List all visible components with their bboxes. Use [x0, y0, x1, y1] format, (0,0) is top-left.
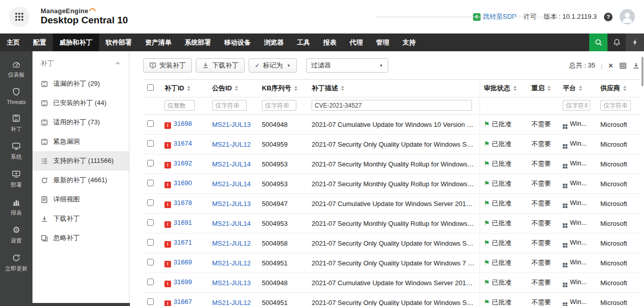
mark-as-button[interactable]: ✓ 标记为 ▼ — [249, 58, 297, 73]
nav-item-agent[interactable]: 代理 — [343, 33, 369, 51]
sidebar-item-installed-patches[interactable]: 已安装的补丁 (44) — [32, 93, 129, 113]
sort-icon[interactable] — [235, 86, 238, 91]
bulletin-id-link[interactable]: MS21-JUL13 — [212, 200, 251, 208]
help-button[interactable]: ? — [604, 13, 613, 21]
patch-id-link[interactable]: 31698 — [174, 120, 192, 127]
sidebar-item-supported-patches[interactable]: 支持的补丁 (111566) — [32, 151, 129, 171]
sort-icon[interactable] — [294, 86, 297, 91]
column-header-vendor[interactable]: 供应商 — [600, 84, 620, 93]
user-avatar[interactable] — [620, 9, 635, 24]
sort-icon[interactable] — [548, 86, 551, 91]
row-checkbox[interactable] — [147, 279, 154, 285]
clear-filter-button[interactable]: ✕ — [608, 62, 614, 70]
bulletin-id-link[interactable]: MS21-JUL12 — [212, 240, 251, 247]
global-search-button[interactable] — [589, 33, 607, 51]
bulletin-id-link[interactable]: MS21-JUL14 — [212, 180, 251, 188]
row-checkbox[interactable] — [147, 219, 154, 226]
nav-item-tools[interactable]: 工具 — [290, 33, 317, 51]
nav-item-inventory[interactable]: 资产清单 — [139, 33, 178, 51]
nav-item-admin[interactable]: 管理 — [369, 33, 396, 51]
rail-item-settings[interactable]: ⚙设置 — [0, 221, 32, 249]
header-search-input[interactable] — [376, 6, 558, 17]
patch-id-link[interactable]: 31699 — [174, 278, 192, 286]
row-checkbox[interactable] — [147, 120, 154, 127]
row-checkbox[interactable] — [147, 180, 154, 186]
patch-id-link[interactable]: 31671 — [174, 239, 192, 246]
patch-id-link[interactable]: 31692 — [174, 159, 192, 167]
bulletin-id-link[interactable]: MS21-JUL13 — [212, 121, 251, 128]
sidebar-item-detailed-view[interactable]: 详细视图 — [32, 190, 129, 209]
notifications-button[interactable] — [607, 33, 626, 51]
sidebar-item-applicable-patches[interactable]: 适用的补丁 (73) — [32, 113, 129, 132]
nav-item-mobile-devices[interactable]: 移动设备 — [218, 33, 257, 51]
filter-bulletin-id-input[interactable] — [212, 100, 247, 111]
download-patch-button[interactable]: 下载补丁 — [196, 58, 245, 73]
column-header-kb-number[interactable]: KB序列号 — [262, 84, 291, 93]
nav-item-support[interactable]: 支持 — [396, 33, 422, 51]
nav-item-threats-and-patches[interactable]: 威胁和补丁 — [53, 33, 99, 51]
patch-id-link[interactable]: 31690 — [174, 179, 192, 187]
horizontal-scrollbar-thumb[interactable] — [0, 303, 130, 306]
filter-kb-input[interactable] — [262, 100, 296, 111]
bulletin-id-link[interactable]: MS21-JUL12 — [212, 299, 251, 306]
nav-item-software-deployment[interactable]: 软件部署 — [99, 33, 139, 51]
sort-icon[interactable] — [341, 86, 344, 91]
sort-icon[interactable] — [623, 86, 626, 91]
nav-item-os-deployment[interactable]: 系统部署 — [178, 33, 218, 51]
app-launcher-button[interactable] — [9, 7, 29, 27]
row-checkbox[interactable] — [147, 160, 154, 166]
bulletin-id-link[interactable]: MS21-JUL12 — [212, 259, 251, 267]
rail-item-reports[interactable]: 报表 — [0, 193, 32, 221]
row-checkbox[interactable] — [147, 298, 154, 305]
column-header-approval-status[interactable]: 审批状态 — [484, 84, 511, 93]
filter-description-input[interactable] — [312, 100, 472, 111]
select-all-checkbox[interactable] — [147, 84, 154, 91]
column-chooser-button[interactable] — [619, 62, 627, 70]
nav-item-browsers[interactable]: 浏览器 — [257, 33, 290, 51]
row-checkbox[interactable] — [147, 140, 154, 147]
rail-item-systems[interactable]: 系统 — [0, 138, 32, 165]
column-header-patch-id[interactable]: 补丁ID — [164, 84, 184, 93]
filter-vendor-input[interactable] — [600, 100, 631, 111]
column-header-bulletin-id[interactable]: 公告ID — [212, 84, 232, 93]
quick-actions-button[interactable] — [626, 33, 644, 51]
column-header-description[interactable]: 补丁描述 — [312, 84, 338, 93]
sort-icon[interactable] — [514, 86, 517, 91]
nav-item-config[interactable]: 配置 — [26, 33, 53, 51]
collapse-chevron-icon[interactable] — [115, 60, 121, 66]
bulletin-id-link[interactable]: MS21-JUL14 — [212, 160, 251, 168]
sort-icon[interactable] — [579, 86, 582, 91]
patch-id-link[interactable]: 31667 — [174, 298, 192, 305]
sidebar-item-latest-patches[interactable]: 最新的补丁 (4661) — [32, 171, 129, 190]
filter-patch-id-input[interactable] — [164, 100, 195, 111]
install-patch-button[interactable]: 安装补丁 — [143, 58, 192, 73]
sidebar-item-download-patches[interactable]: 下载补丁 — [32, 209, 129, 228]
bulletin-id-link[interactable]: MS21-JUL14 — [212, 220, 251, 227]
patch-id-link[interactable]: 31674 — [174, 140, 192, 147]
rail-item-dashboard[interactable]: 仪表板 — [0, 55, 32, 83]
row-checkbox[interactable] — [147, 239, 154, 246]
patch-id-link[interactable]: 31678 — [174, 199, 192, 207]
sidebar-item-critical-vulnerabilities[interactable]: 紧急漏洞 — [32, 132, 129, 151]
filter-platform-input[interactable] — [563, 100, 590, 111]
column-header-reboot[interactable]: 重启 — [531, 84, 545, 93]
rail-item-update-now[interactable]: 立即更新 — [0, 249, 32, 277]
patch-id-link[interactable]: 31691 — [174, 219, 192, 226]
bulletin-id-link[interactable]: MS21-JUL13 — [212, 279, 251, 287]
rail-item-deployment[interactable]: 部署 — [0, 165, 32, 193]
sidebar-item-missing-patches[interactable]: 遗漏的补丁 (29) — [32, 74, 129, 93]
patch-id-link[interactable]: 31669 — [174, 258, 192, 266]
nav-item-home[interactable]: 主页 — [0, 33, 26, 51]
rail-item-threats[interactable]: Threats — [0, 83, 32, 110]
column-header-platform[interactable]: 平台 — [563, 84, 576, 93]
row-checkbox[interactable] — [147, 199, 154, 206]
row-checkbox[interactable] — [147, 259, 154, 265]
nav-item-reports[interactable]: 报表 — [317, 33, 343, 51]
filter-dropdown[interactable]: 过滤器 ▼ — [306, 58, 388, 73]
export-button[interactable] — [632, 62, 640, 70]
sidebar-item-ignore-patches[interactable]: 忽略补丁 — [32, 228, 129, 248]
rail-item-patches[interactable]: 补丁 — [0, 110, 32, 138]
sort-icon[interactable] — [187, 86, 190, 91]
bulletin-id-link[interactable]: MS21-JUL12 — [212, 141, 251, 148]
vertical-scrollbar-thumb[interactable] — [641, 57, 643, 86]
